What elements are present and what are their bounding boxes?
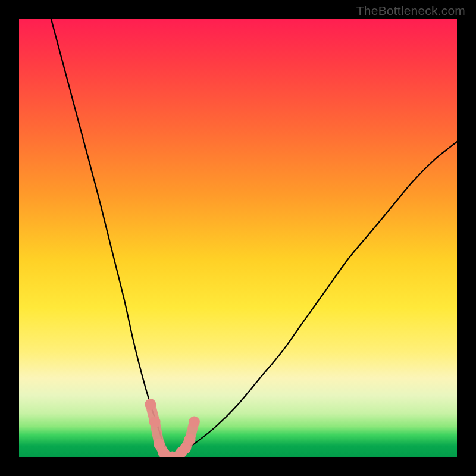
data-marker <box>149 416 161 428</box>
marker-group <box>145 399 200 457</box>
data-marker <box>184 434 196 445</box>
plot-area <box>19 19 457 457</box>
bottleneck-curve-path <box>45 19 457 457</box>
data-marker <box>189 416 200 428</box>
watermark-text: TheBottleneck.com <box>356 4 465 18</box>
chart-frame: TheBottleneck.com <box>0 0 476 476</box>
bottleneck-curve-svg <box>19 19 457 457</box>
data-marker <box>145 399 156 410</box>
